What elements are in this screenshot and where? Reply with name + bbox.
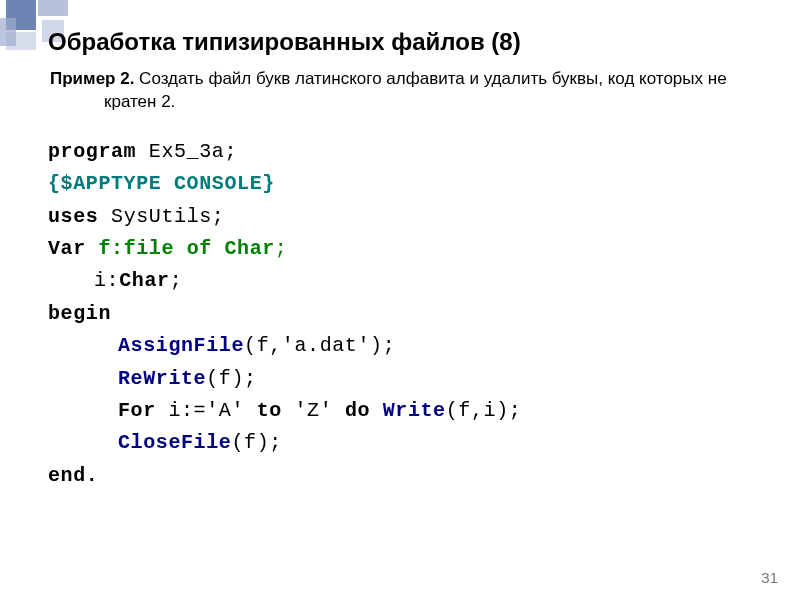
- code-text: (f);: [206, 367, 256, 390]
- proc-rewrite: ReWrite: [118, 367, 206, 390]
- kw-var: Var: [48, 237, 98, 260]
- code-line: CloseFile(f);: [48, 427, 752, 459]
- compiler-directive: {$APPTYPE CONSOLE}: [48, 172, 275, 195]
- proc-closefile: CloseFile: [118, 431, 231, 454]
- kw-uses: uses: [48, 205, 98, 228]
- kw-for: For: [118, 399, 156, 422]
- kw-to: to: [257, 399, 282, 422]
- slide-content: Обработка типизированных файлов (8) Прим…: [0, 0, 800, 600]
- code-line: AssignFile(f,'a.dat');: [48, 330, 752, 362]
- code-text: i:: [94, 269, 119, 292]
- kw-begin: begin: [48, 302, 111, 325]
- proc-assignfile: AssignFile: [118, 334, 244, 357]
- code-text: i:='A': [156, 399, 257, 422]
- code-text: 'Z': [282, 399, 345, 422]
- code-text: (f,i);: [446, 399, 522, 422]
- code-block: program Ex5_3a; {$APPTYPE CONSOLE} uses …: [48, 136, 752, 492]
- code-line: program Ex5_3a;: [48, 136, 752, 168]
- code-line: end.: [48, 460, 752, 492]
- code-line: For i:='A' to 'Z' do Write(f,i);: [48, 395, 752, 427]
- example-text: Создать файл букв латинского алфавита и …: [104, 69, 727, 111]
- code-text: SysUtils;: [98, 205, 224, 228]
- kw-do: do: [345, 399, 370, 422]
- kw-char: Char: [119, 269, 169, 292]
- page-number: 31: [761, 569, 778, 586]
- code-line: begin: [48, 298, 752, 330]
- var-decl: f:file of Char: [98, 237, 274, 260]
- code-text: ;: [170, 269, 183, 292]
- code-line: {$APPTYPE CONSOLE}: [48, 168, 752, 200]
- proc-write: Write: [383, 399, 446, 422]
- code-text: Ex5_3a;: [136, 140, 237, 163]
- code-line: ReWrite(f);: [48, 363, 752, 395]
- code-line: uses SysUtils;: [48, 201, 752, 233]
- code-line: Var f:file of Char;: [48, 233, 752, 265]
- page-title: Обработка типизированных файлов (8): [48, 28, 752, 56]
- code-text: [370, 399, 383, 422]
- example-paragraph: Пример 2. Создать файл букв латинского а…: [50, 68, 752, 114]
- example-label: Пример 2.: [50, 69, 134, 88]
- code-line: i:Char;: [48, 265, 752, 297]
- kw-program: program: [48, 140, 136, 163]
- code-text: ;: [275, 237, 288, 260]
- code-text: (f,'a.dat');: [244, 334, 395, 357]
- code-text: (f);: [231, 431, 281, 454]
- kw-end: end.: [48, 464, 98, 487]
